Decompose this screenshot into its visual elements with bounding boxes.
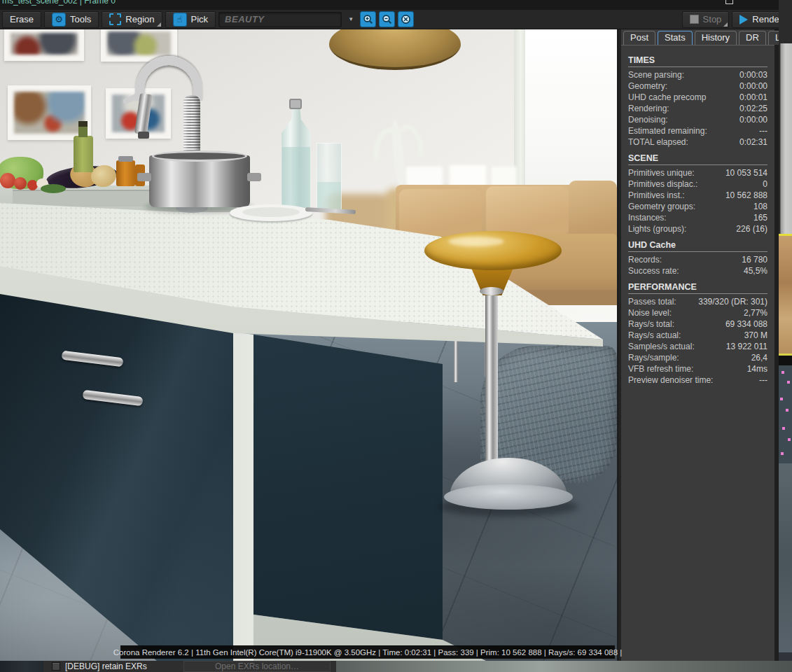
erase-button[interactable]: Erase <box>2 11 41 28</box>
tools-label: Tools <box>70 14 91 24</box>
stat-label: UHD cache precomp <box>628 92 706 103</box>
stat-row: Scene parsing:0:00:03 <box>628 69 767 80</box>
stat-label: Primitives inst.: <box>628 190 685 201</box>
stat-row: Primitives unique:10 053 514 <box>628 167 767 178</box>
tab-dr[interactable]: DR <box>739 31 766 45</box>
scene-spice-jar <box>116 160 135 186</box>
scene-tomato <box>0 173 15 188</box>
tab-post[interactable]: Post <box>623 31 655 45</box>
stat-value: --- <box>759 374 767 386</box>
stat-value: 0:02:31 <box>739 136 767 148</box>
scene-plate-center <box>242 207 300 217</box>
gear-icon: ⚙ <box>52 13 66 27</box>
tab-history[interactable]: History <box>695 31 737 45</box>
stats-section-title: PERFORMANCE <box>628 276 767 294</box>
scene-tomato <box>14 177 27 190</box>
stat-value: 10 562 888 <box>725 190 767 201</box>
stat-value: 370 M <box>744 330 767 341</box>
scene-stool-seat <box>424 231 562 270</box>
debug-retain-exrs-checkbox[interactable] <box>52 662 60 671</box>
background-window-strip <box>779 0 792 672</box>
region-select-icon <box>109 13 121 25</box>
stat-label: Noise level: <box>628 307 672 318</box>
tab-stats[interactable]: Stats <box>658 31 693 45</box>
channel-select[interactable]: BEAUTY <box>218 12 342 27</box>
stat-row: Rays/s actual:370 M <box>628 330 767 341</box>
stat-label: Scene parsing: <box>628 69 684 80</box>
background-right-sliver <box>336 661 792 672</box>
scene-pot-handle <box>137 173 151 181</box>
stat-label: Instances: <box>628 212 667 223</box>
status-text: Corona Renderer 6.2 | 11th Gen Intel(R) … <box>113 648 623 657</box>
open-exrs-location-button[interactable]: Open EXRs location… <box>183 661 331 672</box>
scene-sofa-cushion <box>399 189 482 235</box>
stat-label: TOTAL elapsed: <box>628 136 688 148</box>
stat-label: Records: <box>628 254 662 265</box>
stat-row: Primitives displac.:0 <box>628 178 767 190</box>
zoom-reset-button[interactable] <box>398 11 414 27</box>
stat-value: 2,77% <box>744 307 767 318</box>
stat-row: Noise level:2,77% <box>628 307 767 318</box>
stat-label: Preview denoiser time: <box>628 374 713 386</box>
stat-value: 226 (16) <box>736 223 767 234</box>
titlebar[interactable]: ms_test_scene_002 | Frame 0 ✕ <box>0 0 792 10</box>
zoom-in-button[interactable] <box>360 11 376 27</box>
stat-label: Rays/s actual: <box>628 330 681 341</box>
stat-value: 0:02:25 <box>739 103 767 114</box>
region-label: Region <box>125 14 154 24</box>
stats-content: TIMESScene parsing:0:00:03Geometry:0:00:… <box>621 46 774 386</box>
scene-stool-stem <box>485 291 498 462</box>
scene-oil-bottle <box>74 136 93 172</box>
stat-label: VFB refresh time: <box>628 363 693 374</box>
magnifier-reset-icon <box>401 14 411 24</box>
stat-row: Samples/s actual:13 922 011 <box>628 341 767 352</box>
chevron-down-icon[interactable]: ▼ <box>345 10 357 29</box>
stat-row: Primitives inst.:10 562 888 <box>628 190 767 201</box>
panel-tabs: PostStatsHistoryDRLightMix <box>621 29 774 46</box>
render-label: Render <box>752 14 782 24</box>
stop-label: Stop <box>703 14 722 24</box>
stat-value: 16 780 <box>742 254 767 265</box>
background-scrollbar <box>780 43 792 234</box>
tools-button[interactable]: ⚙ Tools <box>44 11 99 28</box>
scene-sofa-cushion <box>486 186 569 235</box>
stat-label: Geometry: <box>628 80 667 92</box>
scene-stool-collar <box>480 287 503 295</box>
scene-picture-frame <box>4 29 84 61</box>
stat-value: --- <box>759 125 767 136</box>
pick-button[interactable]: ☝ Pick <box>165 11 216 28</box>
stat-label: Samples/s actual: <box>628 341 695 352</box>
pick-hand-icon: ☝ <box>173 13 187 27</box>
scene-steel-pot <box>149 155 250 207</box>
stat-label: Estimated remaining: <box>628 125 707 136</box>
scene-glass-fill <box>317 182 341 209</box>
toolbar: Erase ⚙ Tools Region ☝ Pick BEAUTY ▼ <box>0 10 792 29</box>
channel-value: BEAUTY <box>219 14 341 24</box>
stat-value: 339/320 (DR: 301) <box>698 296 767 307</box>
stat-value: 10 053 514 <box>725 167 767 178</box>
stat-row: Geometry:0:00:00 <box>628 80 767 92</box>
magnifier-minus-icon <box>382 14 392 24</box>
render-viewport[interactable] <box>0 29 617 661</box>
stat-row: UHD cache precomp0:00:01 <box>628 92 767 103</box>
scene-stool-seat-gloss <box>448 237 504 246</box>
stat-row: Estimated remaining:--- <box>628 125 767 136</box>
erase-label: Erase <box>10 14 34 24</box>
stat-value: 108 <box>753 201 767 212</box>
stat-label: Lights (groups): <box>628 223 686 234</box>
scene-cabinet-handle <box>83 390 144 406</box>
stat-value: 0:00:00 <box>739 114 767 125</box>
pick-label: Pick <box>191 14 209 24</box>
background-debug-strip: [DEBUG] retain EXRs Open EXRs location… <box>0 661 792 672</box>
maximize-button[interactable] <box>725 0 733 4</box>
scene-pot-handle <box>247 173 261 181</box>
stat-row: Geometry groups:108 <box>628 201 767 212</box>
zoom-out-button[interactable] <box>379 11 395 27</box>
stop-button[interactable]: Stop <box>682 11 730 28</box>
stat-row: Records:16 780 <box>628 254 767 265</box>
stop-square-icon <box>690 15 699 24</box>
stat-row: Lights (groups):226 (16) <box>628 223 767 234</box>
scene-oil-bottle-cap <box>78 121 88 127</box>
region-button[interactable]: Region <box>102 11 162 28</box>
render-status-bar: Corona Renderer 6.2 | 11th Gen Intel(R) … <box>120 645 615 659</box>
